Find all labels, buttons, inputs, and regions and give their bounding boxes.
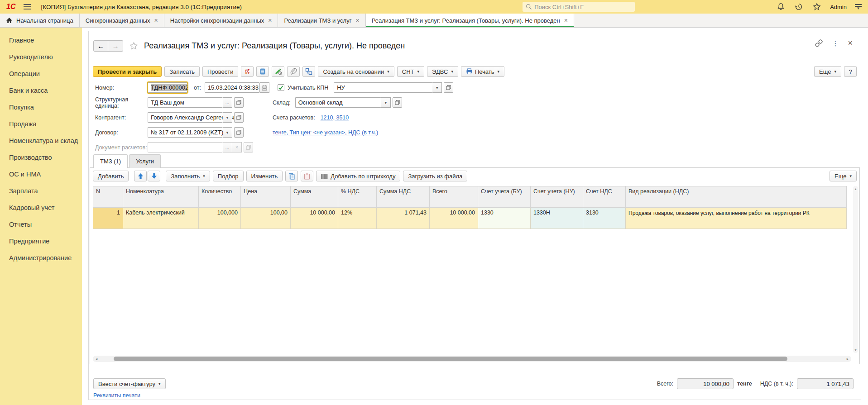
contract-open-icon[interactable] xyxy=(234,127,244,138)
table-more-button[interactable]: Еще▾ xyxy=(830,171,857,181)
sidebar-item-bank-i-kassa[interactable]: Банк и касса xyxy=(0,82,82,99)
snt-button[interactable]: СНТ▾ xyxy=(397,66,424,77)
scroll-down-icon[interactable]: ▾ xyxy=(853,348,858,352)
kpn-mode-dropdown-icon[interactable]: ▾ xyxy=(432,82,442,93)
attachments-button[interactable] xyxy=(287,66,300,77)
document-structure-button[interactable] xyxy=(302,66,315,77)
calendar-icon[interactable] xyxy=(260,82,269,93)
sidebar-item-proizvodstvo[interactable]: Производство xyxy=(0,149,82,166)
paste-rows-button[interactable] xyxy=(301,171,313,181)
pick-button[interactable]: Подбор xyxy=(213,171,244,181)
sidebar-item-kadrovyi-uchet[interactable]: Кадровый учет xyxy=(0,200,82,216)
warehouse-open-icon[interactable] xyxy=(393,97,402,108)
sidebar-item-zarplata[interactable]: Зарплата xyxy=(0,183,82,200)
cell-price[interactable]: 100,00 xyxy=(241,208,291,229)
post-button[interactable]: Провести xyxy=(202,66,239,77)
vertical-scrollbar[interactable]: ▴ ▾ xyxy=(853,186,858,353)
back-button[interactable]: ← xyxy=(93,40,108,52)
col-header-n[interactable]: N xyxy=(93,186,123,208)
print-button[interactable]: Печать▾ xyxy=(461,66,504,77)
favorite-star-icon[interactable] xyxy=(129,42,138,50)
fill-button[interactable]: Заполнить▾ xyxy=(166,171,210,181)
col-header-nomenclature[interactable]: Номенклатура xyxy=(123,186,199,208)
forward-button[interactable]: → xyxy=(108,40,123,52)
create-based-on-button[interactable]: Создать на основании▾ xyxy=(318,66,394,77)
move-row-down-button[interactable] xyxy=(148,171,160,181)
add-by-barcode-button[interactable]: Добавить по штрихкоду xyxy=(316,171,400,181)
kpn-mode-input[interactable]: НУ xyxy=(334,82,432,93)
contractor-input[interactable]: Говоров Александр Сергеевич xyxy=(148,112,223,123)
current-user[interactable]: Admin xyxy=(830,4,847,10)
document-journal-button[interactable] xyxy=(256,66,269,77)
cell-nomenclature[interactable]: Кабель электрический xyxy=(123,208,199,229)
cell-sale-type[interactable]: Продажа товаров, оказание услуг, выполне… xyxy=(626,208,847,229)
more-actions-kebab-icon[interactable]: ⋮ xyxy=(832,39,839,48)
kpn-checkbox[interactable] xyxy=(278,84,284,91)
search-input[interactable] xyxy=(534,4,632,10)
sidebar-item-operacii[interactable]: Операции xyxy=(0,66,82,82)
copy-rows-button[interactable] xyxy=(285,171,298,181)
close-tab-icon[interactable]: × xyxy=(268,17,272,24)
get-link-icon[interactable] xyxy=(815,39,823,47)
cell-vat-sum[interactable]: 1 071,43 xyxy=(377,208,430,229)
cell-vat-pct[interactable]: 12% xyxy=(338,208,377,229)
sidebar-item-predpriyatie[interactable]: Предприятие xyxy=(0,233,82,250)
add-row-button[interactable]: Добавить xyxy=(93,171,129,181)
sidebar-item-rukovoditelyu[interactable]: Руководителю xyxy=(0,49,82,66)
warehouse-dropdown-icon[interactable]: ▾ xyxy=(381,97,391,108)
sidebar-item-prodazha[interactable]: Продажа xyxy=(0,116,82,133)
enter-invoice-button[interactable]: Ввести счет-фактуру▾ xyxy=(93,378,166,389)
sidebar-item-otchety[interactable]: Отчеты xyxy=(0,216,82,233)
sidebar-item-administrirovanie[interactable]: Администрирование xyxy=(0,250,82,267)
edit-timestamp-button[interactable] xyxy=(272,66,284,77)
col-header-account-bu[interactable]: Счет учета (БУ) xyxy=(478,186,531,208)
more-button[interactable]: Еще▾ xyxy=(814,66,841,77)
scroll-right-icon[interactable]: ▸ xyxy=(844,357,851,361)
col-header-total[interactable]: Всего xyxy=(430,186,478,208)
tab-sales-document[interactable]: Реализация ТМЗ и услуг: Реализация (Това… xyxy=(366,14,574,27)
close-tab-icon[interactable]: × xyxy=(355,17,359,24)
history-icon[interactable] xyxy=(795,3,803,11)
edit-row-button[interactable]: Изменить xyxy=(246,171,283,181)
tab-tmz[interactable]: ТМЗ (1) xyxy=(93,154,128,168)
sidebar-item-pokupka[interactable]: Покупка xyxy=(0,99,82,116)
contractor-dropdown-icon[interactable]: ▾ xyxy=(223,112,232,123)
sidebar-item-os-i-nma[interactable]: ОС и НМА xyxy=(0,166,82,183)
edvs-button[interactable]: ЭДВС▾ xyxy=(427,66,458,77)
user-menu-icon[interactable]: ▼ xyxy=(855,4,862,10)
scroll-left-icon[interactable]: ◂ xyxy=(93,357,100,361)
global-search[interactable] xyxy=(523,2,635,12)
col-header-vat-sum[interactable]: Сумма НДС xyxy=(377,186,430,208)
settlement-doc-input[interactable] xyxy=(148,142,223,152)
structural-unit-input[interactable]: ТД Ваш дом xyxy=(148,97,223,108)
settlement-accounts-link[interactable]: 1210, 3510 xyxy=(321,114,349,121)
structural-unit-choose-icon[interactable]: ... xyxy=(223,97,232,108)
contract-input[interactable]: № 317 от 02.11.2009 (KZT) xyxy=(148,127,223,138)
kpn-mode-open-icon[interactable] xyxy=(444,82,453,93)
cell-account-vat[interactable]: 3130 xyxy=(583,208,626,229)
col-header-price[interactable]: Цена xyxy=(241,186,291,208)
scroll-up-icon[interactable]: ▴ xyxy=(853,187,858,191)
post-and-close-button[interactable]: Провести и закрыть xyxy=(93,66,162,77)
main-menu-icon[interactable] xyxy=(24,4,31,10)
dtkt-postings-button[interactable]: ДтКт xyxy=(241,66,254,77)
cell-account-nu[interactable]: 1330Н xyxy=(531,208,583,229)
settlement-doc-clear-icon[interactable]: × xyxy=(232,142,242,152)
date-input[interactable]: 15.03.2024 0:38:33 xyxy=(205,82,260,93)
close-tab-icon[interactable]: × xyxy=(564,17,568,24)
notifications-bell-icon[interactable] xyxy=(777,3,785,11)
col-header-sale-type[interactable]: Вид реализации (НДС) xyxy=(626,186,847,208)
settlement-doc-open-icon[interactable] xyxy=(244,142,253,152)
help-button[interactable]: ? xyxy=(844,66,857,77)
sidebar-item-glavnoe[interactable]: Главное xyxy=(0,32,82,49)
load-from-file-button[interactable]: Загрузить из файла xyxy=(403,171,467,181)
contractor-open-icon[interactable] xyxy=(234,112,244,123)
settlement-doc-choose-icon[interactable]: ... xyxy=(223,142,232,152)
cell-account-bu[interactable]: 1330 xyxy=(478,208,531,229)
number-input[interactable]: ТДНФ-000002 xyxy=(148,82,187,93)
move-row-up-button[interactable] xyxy=(134,171,147,181)
table-row[interactable]: 1 Кабель электрический 100,000 100,00 10… xyxy=(93,208,847,229)
tab-sync-data[interactable]: Синхронизация данных × xyxy=(80,14,164,27)
structural-unit-open-icon[interactable] xyxy=(234,97,244,108)
sidebar-item-nomenklatura-i-sklad[interactable]: Номенклатура и склад xyxy=(0,133,82,149)
